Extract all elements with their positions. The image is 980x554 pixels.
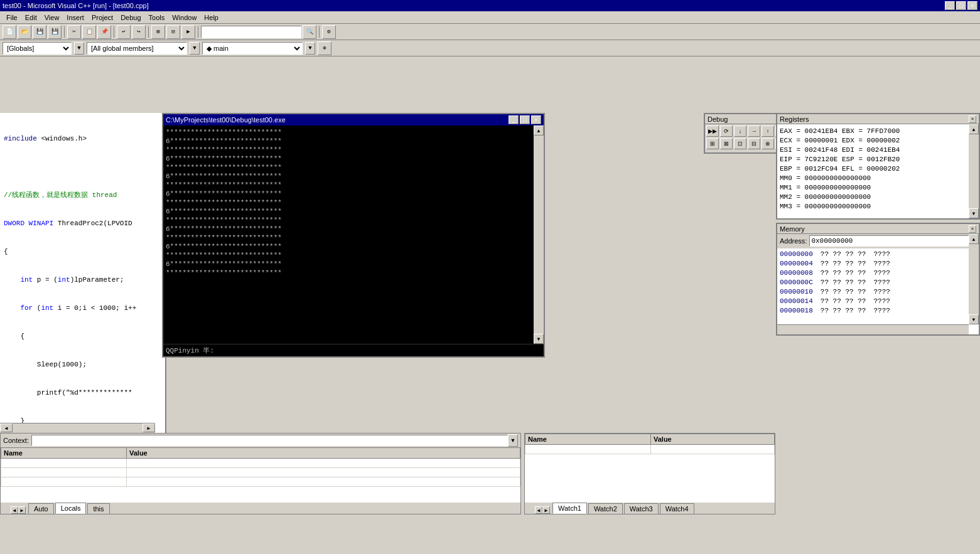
registers-scroll-up[interactable]: ▲: [969, 124, 979, 134]
standard-toolbar: 📄 📂 💾 💾 ✂ 📋 📌 ↩ ↪ ⊞ ⊟ ▶ 🔍 ⚙: [0, 24, 980, 40]
code-hscroll[interactable]: ◀ ▶: [0, 423, 155, 433]
undo-button[interactable]: ↩: [117, 25, 131, 39]
debug-title-text: Debug: [708, 115, 728, 123]
table-cell: [1, 468, 127, 477]
function-dropdown-btn[interactable]: ▼: [305, 42, 315, 55]
variables-tabs: ◀ ▶ Auto Locals this: [1, 503, 520, 514]
watch-tab-nav-right[interactable]: ▶: [542, 506, 550, 514]
debug-btn-4[interactable]: →: [748, 125, 760, 137]
registers-panel-title: Registers ×: [777, 114, 979, 124]
debug-btn-12[interactable]: ⊡: [734, 138, 746, 149]
menu-help[interactable]: Help: [200, 13, 222, 23]
console-minimize[interactable]: _: [509, 115, 519, 124]
watch-panel: Name Value ◀ ▶: [524, 433, 775, 514]
memory-hscroll[interactable]: [777, 324, 969, 334]
table-row: [1, 477, 520, 487]
code-content: #include <windows.h> //线程函数，就是线程数据 threa…: [0, 113, 165, 433]
menu-insert[interactable]: Insert: [63, 13, 88, 23]
watch-tab-nav-left[interactable]: ◀: [535, 506, 542, 514]
class-dropdown-btn[interactable]: ▼: [74, 42, 84, 55]
code-editor[interactable]: #include <windows.h> //线程函数，就是线程数据 threa…: [0, 113, 166, 433]
redo-button[interactable]: ↪: [132, 25, 146, 39]
debug-btn-5[interactable]: ↑: [762, 125, 774, 137]
sep5: [319, 26, 320, 38]
memory-panel-title: Memory ×: [777, 224, 979, 234]
table-cell: [127, 459, 520, 468]
memory-content: 00000000?? ?? ?? ??????00000004?? ?? ?? …: [777, 248, 979, 317]
menu-tools[interactable]: Tools: [145, 13, 169, 23]
console-scroll-down[interactable]: ▼: [534, 334, 544, 344]
tab-watch4[interactable]: Watch4: [660, 503, 694, 514]
copy-button[interactable]: 📋: [82, 25, 96, 39]
title-buttons: _ □ ×: [945, 1, 977, 10]
memory-title-text: Memory: [780, 225, 805, 233]
tab-watch3[interactable]: Watch3: [624, 503, 659, 514]
search-button[interactable]: 🔍: [303, 25, 316, 39]
sep1: [64, 26, 65, 38]
cut-button[interactable]: ✂: [67, 25, 81, 39]
members-dropdown-btn[interactable]: ▼: [190, 42, 200, 55]
watch-value-header: Value: [651, 434, 775, 445]
debug-btn-13[interactable]: ⊟: [748, 138, 760, 149]
menu-project[interactable]: Project: [88, 13, 117, 23]
memory-vscroll[interactable]: ▲ ▼: [969, 234, 979, 324]
menu-window[interactable]: Window: [168, 13, 200, 23]
memory-scroll-up[interactable]: ▲: [969, 234, 979, 244]
console-scroll-up[interactable]: ▲: [534, 125, 544, 136]
context-dropdown-btn[interactable]: ▼: [508, 434, 518, 447]
menu-view[interactable]: View: [41, 13, 63, 23]
save-button[interactable]: 💾: [33, 25, 46, 39]
tab-auto[interactable]: Auto: [28, 503, 54, 514]
console-close[interactable]: ×: [531, 115, 541, 124]
tab-locals[interactable]: Locals: [55, 503, 87, 514]
maximize-button[interactable]: □: [956, 1, 966, 10]
search-input[interactable]: [201, 26, 301, 38]
registers-scroll-down[interactable]: ▼: [969, 208, 979, 218]
close-button[interactable]: ×: [967, 1, 977, 10]
debug-btn-10[interactable]: ⊞: [706, 138, 719, 149]
new-button[interactable]: 📄: [3, 25, 16, 39]
extra-button[interactable]: ⚙: [322, 25, 336, 39]
save-all-button[interactable]: 💾: [48, 25, 62, 39]
debug-btn-2[interactable]: ⟳: [720, 125, 733, 137]
run-button[interactable]: ▶: [181, 25, 195, 39]
menu-debug[interactable]: Debug: [117, 13, 144, 23]
tab-nav-left[interactable]: ◀: [11, 506, 18, 514]
watch-row: [525, 445, 775, 454]
menu-edit[interactable]: Edit: [21, 13, 41, 23]
memory-address-input[interactable]: [809, 235, 976, 247]
tab-watch2[interactable]: Watch2: [588, 503, 623, 514]
tab-watch1[interactable]: Watch1: [552, 503, 587, 514]
function-dropdown[interactable]: ◆ main: [202, 42, 303, 55]
variables-tab-bar: ◀ ▶ Auto Locals this: [1, 503, 520, 514]
variables-table: Name Value: [1, 447, 520, 487]
registers-panel-close[interactable]: ×: [969, 115, 976, 123]
debug-btn-1[interactable]: ▶▶: [706, 125, 719, 137]
debug-btn-11[interactable]: ⊠: [720, 138, 733, 149]
watch-tab-bar: ◀ ▶ Watch1 Watch2 Watch3 Watch4: [525, 503, 775, 514]
registers-vscroll[interactable]: ▲ ▼: [969, 124, 979, 218]
context-input[interactable]: [31, 435, 508, 446]
console-maximize[interactable]: □: [520, 115, 530, 124]
debug-btn-3[interactable]: ↓: [734, 125, 746, 137]
memory-scroll-down[interactable]: ▼: [969, 314, 979, 324]
console-vscroll[interactable]: ▲ ▼: [534, 125, 544, 344]
class-dropdown[interactable]: [Globals]: [3, 42, 72, 55]
paste-button[interactable]: 📌: [97, 25, 111, 39]
debug-btn-14[interactable]: ⊗: [762, 138, 774, 149]
build-button[interactable]: ⊟: [166, 25, 180, 39]
sep4: [198, 26, 198, 38]
compile-button[interactable]: ⊞: [151, 25, 165, 39]
registers-panel: Registers × EAX = 00241EB4 EBX = 7FFD700…: [776, 113, 980, 220]
context-label: Context:: [3, 437, 29, 444]
open-button[interactable]: 📂: [18, 25, 31, 39]
members-dropdown[interactable]: [All global members]: [87, 42, 187, 55]
tab-this[interactable]: this: [87, 503, 109, 514]
menu-file[interactable]: File: [3, 13, 21, 23]
nav-button[interactable]: ⊕: [318, 41, 331, 55]
memory-panel-close[interactable]: ×: [969, 225, 976, 233]
tab-nav-right[interactable]: ▶: [18, 506, 26, 514]
table-row: [1, 459, 520, 468]
variables-context: Context: ▼: [1, 434, 520, 447]
minimize-button[interactable]: _: [945, 1, 955, 10]
